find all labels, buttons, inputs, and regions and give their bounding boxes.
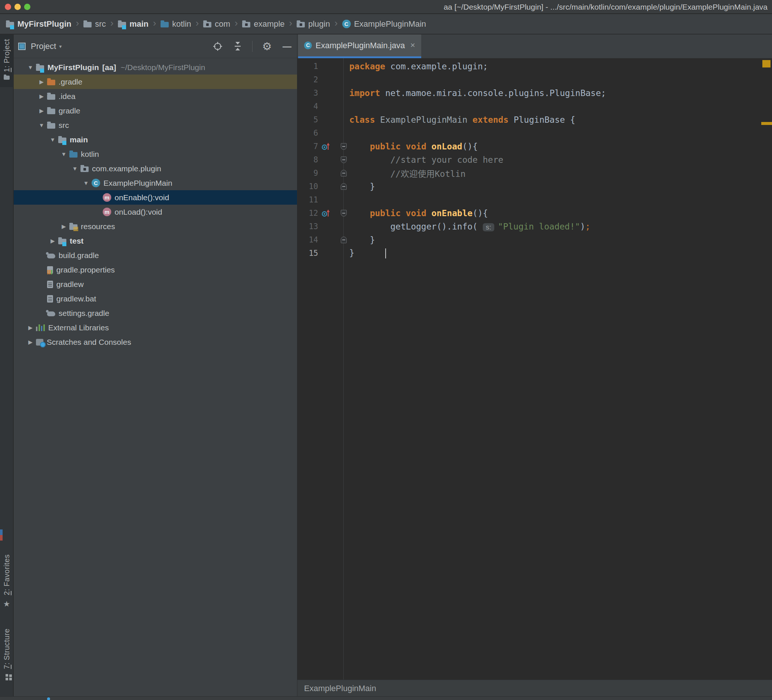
breadcrumb-item-src[interactable]: src [83, 19, 106, 29]
chevron-right-icon[interactable]: ▶ [36, 93, 47, 100]
chevron-down-icon[interactable]: ▼ [80, 180, 92, 186]
breadcrumb-item-plugin[interactable]: plugin [297, 19, 330, 29]
tree-row-gradlew-bat[interactable]: gradlew.bat [14, 291, 297, 306]
tool-window-button-structure[interactable]: 7: Structure [0, 628, 13, 677]
editor-breadcrumbs[interactable]: ExamplePluginMain [298, 680, 772, 696]
tree-row-main[interactable]: ▼ main [14, 132, 297, 147]
code-line: 2 [298, 73, 772, 87]
gradle-file-icon [47, 311, 55, 316]
tree-row-gradle-properties[interactable]: gradle.properties [14, 263, 297, 277]
tree-row-gradle[interactable]: ▶ gradle [14, 103, 297, 118]
title-bar: aa [~/Desktop/MyFirstPlugin] - .../src/m… [0, 0, 772, 14]
close-tab-icon[interactable]: ✕ [410, 41, 415, 49]
chevron-right-icon[interactable]: ▶ [36, 79, 47, 85]
chevron-right-icon[interactable]: ▶ [36, 108, 47, 114]
code-line: 4 [298, 100, 772, 113]
chevron-down-icon[interactable]: ▼ [58, 151, 69, 157]
status-indicator-icon [47, 697, 50, 700]
fold-region-end-icon[interactable] [341, 170, 347, 177]
fold-region-start-icon[interactable] [341, 210, 347, 216]
excluded-folder-icon [47, 80, 55, 85]
fold-region-start-icon[interactable] [341, 157, 347, 163]
project-view-icon [18, 43, 26, 50]
scratches-icon [36, 339, 43, 345]
toolbar-separator [252, 41, 252, 52]
method-icon: m [103, 208, 111, 216]
chevron-down-icon[interactable]: ▼ [25, 64, 36, 70]
warning-stripe-mark[interactable] [761, 122, 772, 125]
chevron-right-icon[interactable]: ▶ [47, 238, 58, 244]
class-icon: C [92, 179, 100, 187]
tree-row-resources[interactable]: ▶ resources [14, 219, 297, 234]
chevron-right-icon[interactable]: ▶ [25, 324, 36, 331]
tree-row-settings-gradle[interactable]: settings.gradle [14, 306, 297, 321]
editor-area: C ExamplePluginMain.java ✕ 1 package com… [297, 34, 772, 696]
breadcrumb-item-example[interactable]: example [242, 19, 285, 29]
breadcrumb-item-project[interactable]: MyFirstPlugin [6, 19, 71, 29]
tree-row-onload[interactable]: m onLoad():void [14, 204, 297, 219]
chevron-right-icon[interactable]: ▶ [58, 223, 69, 230]
overrides-method-icon[interactable] [321, 142, 331, 153]
breadcrumb-item-com[interactable]: com [203, 19, 230, 29]
tree-row-class[interactable]: ▼ C ExamplePluginMain [14, 176, 297, 190]
tab-examplepluginmain-java[interactable]: C ExamplePluginMain.java ✕ [298, 34, 421, 58]
code-line: 10 } [298, 180, 772, 193]
chevron-right-icon: › [191, 18, 204, 30]
fold-region-end-icon[interactable] [341, 183, 347, 190]
zoom-window-button[interactable] [24, 4, 30, 10]
structure-button-label: 7: Structure [3, 628, 11, 669]
hide-panel-button[interactable]: — [281, 41, 293, 52]
tree-row-src[interactable]: ▼ src [14, 118, 297, 132]
tree-row-scratches[interactable]: ▶ Scratches and Consoles [14, 335, 297, 349]
project-view-selector[interactable]: Project [31, 41, 56, 51]
source-root-folder-icon [58, 137, 66, 143]
tool-window-button-favorites[interactable]: 2: Favorites ★ [0, 554, 13, 608]
properties-file-icon [47, 266, 53, 274]
project-button-label: 1: Project [3, 39, 11, 72]
tree-row-gradlew[interactable]: gradlew [14, 277, 297, 291]
project-tool-window: Project ▾ ⚙ — [14, 34, 297, 696]
tool-window-button-project[interactable]: 1: Project [0, 34, 13, 87]
tree-row-package[interactable]: ▼ com.example.plugin [14, 161, 297, 176]
fold-region-end-icon[interactable] [341, 237, 347, 243]
inspections-indicator[interactable] [762, 60, 770, 67]
close-window-button[interactable] [5, 4, 11, 10]
crosshair-icon [213, 41, 223, 52]
star-icon: ★ [3, 600, 10, 608]
chevron-down-icon[interactable]: ▼ [36, 122, 47, 128]
fold-region-start-icon[interactable] [341, 143, 347, 150]
chevron-right-icon[interactable]: ▶ [25, 339, 36, 345]
gradle-file-icon [47, 254, 55, 258]
tree-row-build-gradle[interactable]: build.gradle [14, 248, 297, 263]
code-line: 8 //start your code here [298, 153, 772, 167]
window-title: aa [~/Desktop/MyFirstPlugin] - .../src/m… [443, 0, 767, 14]
breadcrumb-item-kotlin[interactable]: kotlin [160, 19, 191, 29]
breadcrumb-item-main[interactable]: main [118, 19, 148, 29]
project-folder-icon [36, 65, 44, 71]
collapse-all-button[interactable] [232, 41, 243, 52]
code-line: 3 import net.mamoe.mirai.console.plugins… [298, 87, 772, 100]
tool-window-bar: 1: Project 2: Favorites ★ 7: Structure [0, 34, 13, 696]
structure-grid-icon [6, 674, 8, 677]
overrides-method-icon[interactable] [321, 208, 331, 220]
dropdown-arrow-icon[interactable]: ▾ [59, 43, 62, 49]
breadcrumb-item-class[interactable]: C ExamplePluginMain [342, 19, 426, 29]
status-bar [0, 696, 772, 700]
traffic-lights [5, 4, 30, 10]
chevron-down-icon[interactable]: ▼ [47, 136, 58, 143]
locate-file-button[interactable] [212, 41, 223, 52]
breadcrumb-class[interactable]: ExamplePluginMain [304, 684, 376, 693]
tree-row-test[interactable]: ▶ test [14, 234, 297, 248]
tree-row-external-libraries[interactable]: ▶ External Libraries [14, 321, 297, 335]
chevron-down-icon[interactable]: ▼ [69, 165, 80, 172]
tree-row-project-root[interactable]: ▼ MyFirstPlugin [aa] ~/Desktop/MyFirstPl… [14, 60, 297, 75]
minimize-window-button[interactable] [15, 4, 21, 10]
gear-icon[interactable]: ⚙ [262, 41, 273, 52]
project-tree: ▼ MyFirstPlugin [aa] ~/Desktop/MyFirstPl… [14, 60, 297, 349]
tree-row-onenable[interactable]: m onEnable():void [14, 190, 297, 204]
tree-row-idea[interactable]: ▶ .idea [14, 89, 297, 103]
code-editor[interactable]: 1 package com.example.plugin; 2 3 import… [298, 58, 772, 680]
code-line: 14 } [298, 233, 772, 247]
tree-row-kotlin[interactable]: ▼ kotlin [14, 147, 297, 161]
tree-row-gradle-dot[interactable]: ▶ .gradle [14, 75, 297, 89]
